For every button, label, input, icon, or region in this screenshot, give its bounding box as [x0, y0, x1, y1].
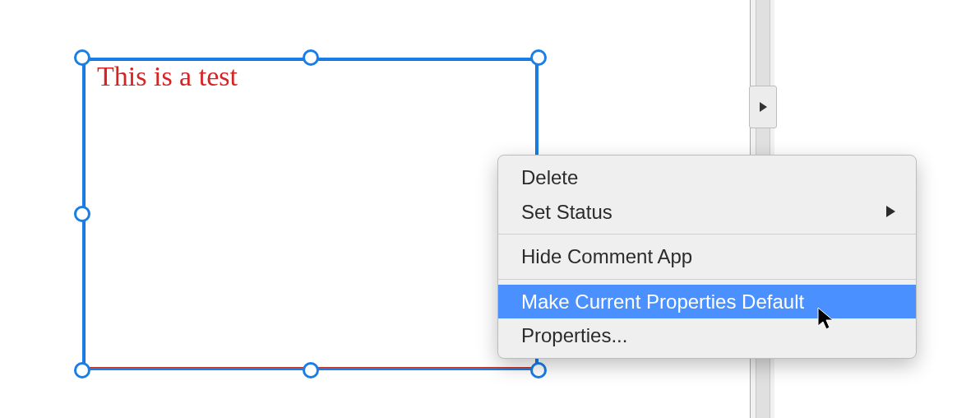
comment-text-box[interactable]: This is a test: [82, 58, 539, 370]
svg-marker-1: [886, 206, 895, 217]
menu-item-properties[interactable]: Properties...: [498, 318, 916, 353]
submenu-arrow-icon: [885, 205, 896, 218]
resize-handle-middle-left[interactable]: [74, 206, 90, 222]
menu-separator: [498, 279, 916, 280]
expand-panel-button[interactable]: [749, 86, 777, 128]
menu-separator: [498, 234, 916, 235]
menu-label: Properties...: [521, 322, 627, 350]
context-menu: Delete Set Status Hide Comment App Make …: [497, 155, 917, 359]
resize-handle-top-left[interactable]: [74, 49, 90, 66]
svg-marker-0: [760, 102, 767, 112]
text-box-frame: [82, 58, 539, 370]
chevron-right-icon: [758, 101, 768, 113]
menu-label: Hide Comment App: [521, 243, 692, 271]
menu-item-delete[interactable]: Delete: [498, 160, 916, 195]
resize-handle-top-middle[interactable]: [303, 49, 319, 66]
menu-item-set-status[interactable]: Set Status: [498, 195, 916, 230]
menu-label: Set Status: [521, 198, 612, 226]
resize-handle-bottom-left[interactable]: [74, 362, 90, 379]
resize-handle-bottom-middle[interactable]: [303, 362, 319, 379]
menu-label: Delete: [521, 164, 578, 192]
resize-handle-bottom-right[interactable]: [530, 362, 547, 379]
resize-handle-top-right[interactable]: [530, 49, 547, 66]
text-box-content: This is a test: [97, 61, 238, 92]
menu-item-make-default[interactable]: Make Current Properties Default: [498, 285, 916, 319]
menu-label: Make Current Properties Default: [521, 288, 804, 316]
menu-item-hide-comment-app[interactable]: Hide Comment App: [498, 239, 916, 274]
